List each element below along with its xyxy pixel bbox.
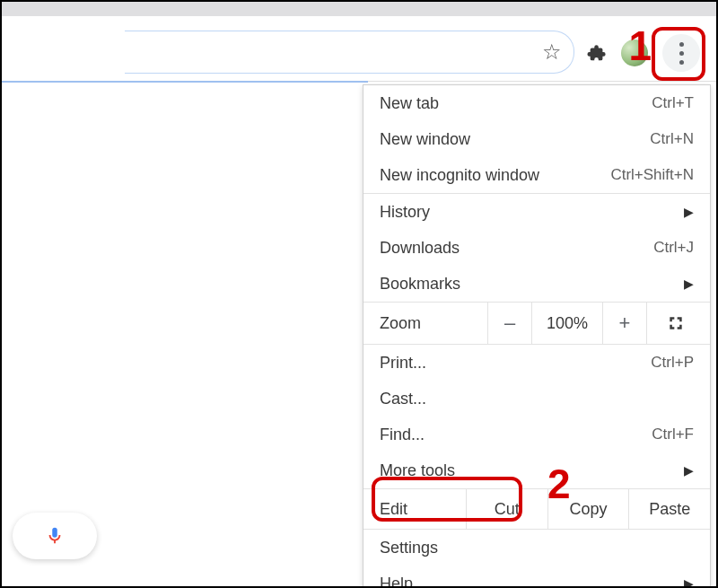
extensions-icon[interactable] bbox=[587, 43, 607, 63]
menu-item-print[interactable]: Print... Ctrl+P bbox=[363, 345, 710, 381]
menu-label: Settings bbox=[380, 539, 694, 557]
toolbar: ☆ bbox=[2, 31, 716, 75]
menu-item-more-tools[interactable]: More tools ▶ bbox=[363, 452, 710, 488]
zoom-in-button[interactable]: + bbox=[602, 303, 646, 344]
bookmark-star-icon[interactable]: ☆ bbox=[542, 39, 562, 65]
edit-label: Edit bbox=[363, 500, 466, 519]
menu-item-settings[interactable]: Settings bbox=[363, 530, 710, 566]
menu-label: New window bbox=[380, 130, 650, 149]
menu-label: Print... bbox=[380, 354, 651, 373]
menu-label: History bbox=[380, 203, 677, 222]
menu-label: Find... bbox=[380, 426, 652, 444]
profile-avatar[interactable] bbox=[621, 39, 648, 66]
menu-label: New incognito window bbox=[380, 166, 610, 185]
menu-item-cast[interactable]: Cast... bbox=[363, 381, 710, 417]
menu-item-new-tab[interactable]: New tab Ctrl+T bbox=[363, 85, 710, 121]
tab-highlight bbox=[2, 81, 368, 83]
menu-shortcut: Ctrl+Shift+N bbox=[610, 166, 694, 184]
menu-item-find[interactable]: Find... Ctrl+F bbox=[363, 417, 710, 452]
more-options-button[interactable] bbox=[662, 34, 700, 72]
menu-item-history[interactable]: History ▶ bbox=[363, 194, 710, 230]
menu-label: Bookmarks bbox=[380, 275, 677, 294]
menu-shortcut: Ctrl+N bbox=[650, 130, 694, 148]
zoom-label: Zoom bbox=[363, 314, 487, 333]
menu-item-incognito[interactable]: New incognito window Ctrl+Shift+N bbox=[363, 157, 710, 193]
menu-shortcut: Ctrl+F bbox=[652, 426, 694, 443]
chevron-right-icon: ▶ bbox=[684, 576, 694, 588]
fullscreen-button[interactable] bbox=[646, 303, 705, 344]
menu-shortcut: Ctrl+J bbox=[653, 239, 694, 257]
chevron-right-icon: ▶ bbox=[684, 276, 694, 291]
microphone-icon bbox=[45, 526, 65, 546]
menu-label: More tools bbox=[380, 461, 677, 480]
menu-shortcut: Ctrl+P bbox=[651, 354, 694, 372]
omnibox[interactable] bbox=[125, 31, 574, 74]
menu-label: Cast... bbox=[380, 390, 694, 408]
chevron-right-icon: ▶ bbox=[684, 463, 694, 478]
menu-item-new-window[interactable]: New window Ctrl+N bbox=[363, 121, 710, 157]
zoom-value: 100% bbox=[531, 303, 602, 344]
chevron-right-icon: ▶ bbox=[684, 205, 694, 219]
menu-shortcut: Ctrl+T bbox=[652, 94, 694, 112]
menu-label: Help bbox=[380, 575, 677, 589]
menu-item-zoom: Zoom – 100% + bbox=[363, 302, 710, 345]
menu-label: New tab bbox=[380, 94, 652, 113]
voice-search-button[interactable] bbox=[13, 513, 97, 559]
menu-item-downloads[interactable]: Downloads Ctrl+J bbox=[363, 230, 710, 266]
edit-paste-button[interactable]: Paste bbox=[628, 489, 710, 529]
menu-item-bookmarks[interactable]: Bookmarks ▶ bbox=[363, 266, 710, 302]
chrome-overflow-menu: New tab Ctrl+T New window Ctrl+N New inc… bbox=[363, 84, 711, 588]
edit-copy-button[interactable]: Copy bbox=[547, 489, 629, 529]
chrome-window: ☆ New tab Ctrl+T New window Ctrl+N New i… bbox=[0, 0, 718, 588]
menu-item-help[interactable]: Help ▶ bbox=[363, 566, 710, 588]
edit-cut-button[interactable]: Cut bbox=[466, 489, 547, 529]
menu-item-edit: Edit Cut Copy Paste bbox=[363, 488, 710, 530]
zoom-out-button[interactable]: – bbox=[487, 303, 531, 344]
window-titlebar bbox=[2, 2, 716, 16]
menu-label: Downloads bbox=[380, 239, 653, 258]
